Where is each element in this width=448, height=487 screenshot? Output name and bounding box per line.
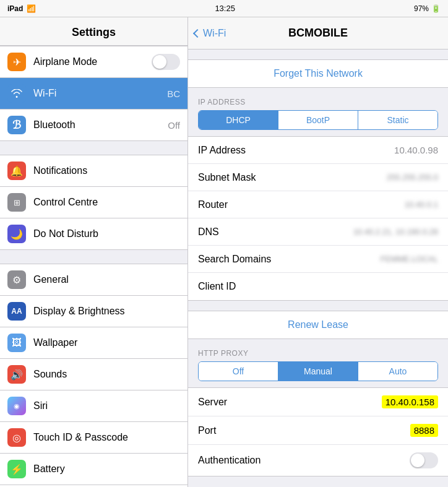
forget-row[interactable]: Forget This Network — [188, 60, 448, 87]
airplane-icon: ✈ — [7, 53, 26, 71]
general-icon: ⚙ — [7, 270, 26, 289]
detail-header: Wi-Fi BCMOBILE — [188, 17, 448, 50]
sidebar-item-airplane[interactable]: ✈ Airplane Mode — [0, 46, 187, 78]
chevron-left-icon — [193, 28, 202, 37]
tab-off[interactable]: Off — [199, 362, 278, 381]
notifications-icon: 🔔 — [7, 162, 26, 180]
ip-row-label: IP Address — [198, 145, 394, 156]
renew-button[interactable]: Renew Lease — [198, 319, 438, 330]
status-bar: iPad 📶 13:25 97% 🔋 — [0, 0, 448, 17]
back-button[interactable]: Wi-Fi — [194, 28, 226, 39]
ip-segment-control[interactable]: DHCP BootP Static — [198, 110, 438, 130]
sidebar-item-label: Notifications — [33, 165, 180, 176]
main-layout: Settings ✈ Airplane Mode Wi-Fi — [0, 17, 448, 487]
sidebar-item-control[interactable]: ⊞ Control Centre — [0, 187, 187, 218]
sidebar-item-label: Display & Brightness — [33, 306, 180, 317]
authentication-row: Authentication — [188, 445, 448, 476]
sidebar-item-siri[interactable]: ◉ Siri — [0, 390, 187, 422]
proxy-rows-card: Server 10.40.0.158 Port 8888 Authenticat… — [188, 387, 448, 476]
sidebar-item-wallpaper[interactable]: 🖼 Wallpaper — [0, 327, 187, 359]
subnet-value: 255.255.255.0 — [387, 173, 438, 182]
siri-icon: ◉ — [7, 397, 26, 415]
renew-section: Renew Lease — [188, 311, 448, 339]
sidebar-item-dnd[interactable]: 🌙 Do Not Disturb — [0, 218, 187, 250]
tab-bootp[interactable]: BootP — [278, 111, 358, 129]
dns-row: DNS 10.40.2.21, 10.190.0.28 — [188, 218, 448, 246]
dns-label: DNS — [198, 226, 353, 238]
http-proxy-label: HTTP PROXY — [188, 349, 448, 361]
status-time: 13:25 — [215, 4, 235, 13]
status-left: iPad 📶 — [7, 4, 36, 13]
wifi-sidebar-icon — [7, 84, 26, 103]
sidebar-item-label: Siri — [33, 400, 180, 412]
wifi-icon: 📶 — [27, 4, 36, 13]
sidebar-item-bluetooth[interactable]: ℬ Bluetooth Off — [0, 110, 187, 141]
sidebar-bluetooth-value: Off — [168, 120, 180, 131]
back-label: Wi-Fi — [203, 28, 226, 39]
client-id-row: Client ID — [188, 273, 448, 300]
server-row: Server 10.40.0.158 — [188, 388, 448, 416]
display-icon: AA — [7, 302, 26, 321]
tab-auto[interactable]: Auto — [358, 362, 437, 381]
sidebar-wifi-value: BC — [167, 88, 180, 99]
sidebar-group-preferences: ⚙ General AA Display & Brightness 🖼 Wall… — [0, 264, 187, 487]
router-row: Router 10.40.0.1 — [188, 191, 448, 218]
airplane-toggle[interactable] — [152, 54, 180, 70]
sidebar-item-general[interactable]: ⚙ General — [0, 264, 187, 296]
status-right: 97% 🔋 — [414, 4, 441, 13]
ip-rows-card: IP Address 10.40.0.98 Subnet Mask 255.25… — [188, 136, 448, 301]
forget-button[interactable]: Forget This Network — [198, 68, 438, 79]
search-domains-label: Search Domains — [198, 254, 381, 265]
sidebar-item-touchid[interactable]: ◎ Touch ID & Passcode — [0, 422, 187, 454]
client-id-label: Client ID — [198, 281, 438, 292]
sidebar-item-label: Control Centre — [33, 197, 180, 208]
sidebar-item-label: Airplane Mode — [33, 56, 152, 67]
authentication-label: Authentication — [198, 455, 410, 466]
section-gap-2 — [0, 250, 187, 264]
sidebar-group-connectivity: ✈ Airplane Mode Wi-Fi BC ℬ Blu — [0, 46, 187, 141]
sidebar-title: Settings — [72, 26, 116, 38]
proxy-segment-control[interactable]: Off Manual Auto — [198, 361, 438, 381]
battery-icon: 🔋 — [431, 4, 441, 13]
port-row: Port 8888 — [188, 416, 448, 445]
spacer — [188, 130, 448, 136]
sidebar-header: Settings — [0, 17, 187, 46]
sidebar-item-label: Sounds — [33, 369, 180, 380]
sidebar-item-battery[interactable]: ⚡ Battery — [0, 454, 187, 485]
forget-card: Forget This Network — [188, 59, 448, 88]
detail-title: BCMOBILE — [288, 27, 348, 40]
sidebar-item-label: Touch ID & Passcode — [33, 432, 180, 443]
ip-address-row: IP Address 10.40.0.98 — [188, 137, 448, 164]
sidebar: Settings ✈ Airplane Mode Wi-Fi — [0, 17, 188, 487]
port-label: Port — [198, 425, 410, 436]
sidebar-item-notifications[interactable]: 🔔 Notifications — [0, 155, 187, 187]
server-value: 10.40.0.158 — [382, 395, 438, 408]
search-domains-row: Search Domains FEMME.LOCAL — [188, 246, 448, 273]
sidebar-item-label: Bluetooth — [33, 119, 168, 131]
sidebar-item-label: General — [33, 274, 180, 285]
sidebar-item-display[interactable]: AA Display & Brightness — [0, 296, 187, 327]
http-proxy-section: HTTP PROXY Off Manual Auto Server 10.40.… — [188, 349, 448, 476]
tab-manual[interactable]: Manual — [278, 362, 358, 381]
touchid-icon: ◎ — [7, 428, 26, 447]
battery-sidebar-icon: ⚡ — [7, 460, 26, 478]
battery-percent: 97% — [414, 4, 429, 13]
right-panel: Wi-Fi BCMOBILE Forget This Network IP AD… — [188, 17, 448, 487]
tab-static[interactable]: Static — [358, 111, 437, 129]
sidebar-item-wifi[interactable]: Wi-Fi BC — [0, 78, 187, 110]
search-domains-value: FEMME.LOCAL — [381, 254, 438, 264]
tab-dhcp[interactable]: DHCP — [199, 111, 278, 129]
ip-address-section: IP ADDRESS DHCP BootP Static IP Address … — [188, 98, 448, 301]
forget-section: Forget This Network — [188, 59, 448, 88]
ip-address-label: IP ADDRESS — [188, 98, 448, 110]
sidebar-item-sounds[interactable]: 🔊 Sounds — [0, 359, 187, 390]
authentication-toggle[interactable] — [410, 452, 438, 468]
dns-value: 10.40.2.21, 10.190.0.28 — [353, 227, 438, 236]
sidebar-group-system: 🔔 Notifications ⊞ Control Centre 🌙 Do No… — [0, 155, 187, 250]
spacer2 — [188, 381, 448, 387]
renew-row[interactable]: Renew Lease — [188, 311, 448, 338]
subnet-mask-row: Subnet Mask 255.255.255.0 — [188, 164, 448, 191]
renew-card: Renew Lease — [188, 311, 448, 339]
subnet-label: Subnet Mask — [198, 172, 387, 183]
ip-row-value: 10.40.0.98 — [394, 145, 438, 155]
